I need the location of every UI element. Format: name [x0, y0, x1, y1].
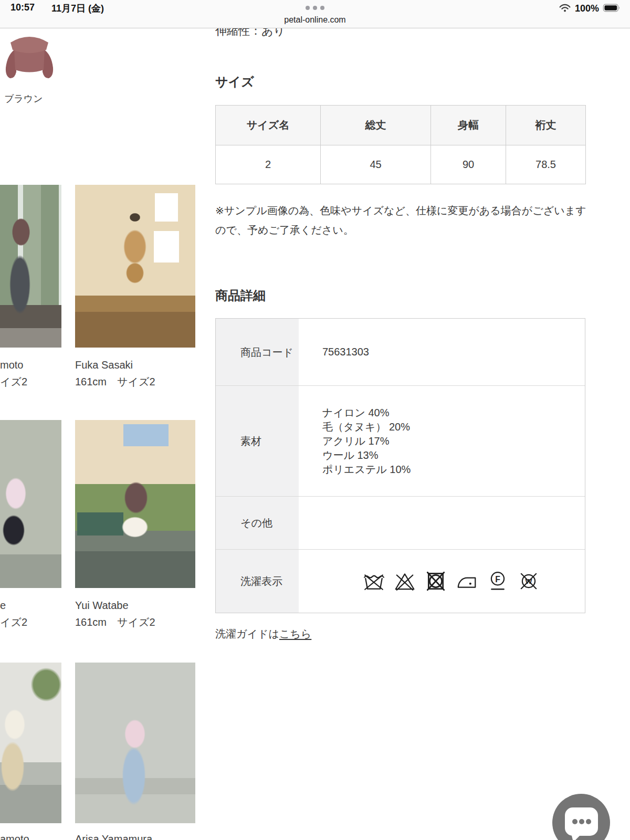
size-table-header-row: サイズ名 総丈 身幅 裄丈	[216, 106, 586, 145]
product-code-value: 75631303	[299, 319, 585, 385]
size-section-heading: サイズ	[215, 74, 254, 90]
model-name: Arisa Yamamura	[75, 831, 152, 840]
size-value-sleeve: 78.5	[506, 145, 586, 184]
model-size: 161cm サイズ2	[75, 614, 155, 631]
size-value-length: 45	[321, 145, 431, 184]
detail-section-heading: 商品詳細	[215, 287, 266, 304]
size-col-length: 総丈	[321, 106, 431, 145]
chat-button[interactable]	[552, 794, 610, 840]
material-line: ウール 13%	[322, 448, 580, 463]
model-name-partial: moto	[0, 357, 23, 373]
material-line: 毛（タヌキ） 20%	[322, 420, 580, 434]
detail-label: 洗濯表示	[216, 550, 299, 613]
detail-label: 商品コード	[216, 319, 299, 385]
wifi-icon	[559, 3, 571, 15]
model-size: 161cm サイズ2	[75, 374, 155, 390]
do-not-tumble-dry-icon	[425, 571, 447, 591]
model-photo[interactable]	[75, 420, 195, 588]
model-name-partial: e	[0, 597, 6, 614]
material-value: ナイロン 40% 毛（タヌキ） 20% アクリル 17% ウール 13% ポリエ…	[299, 386, 585, 496]
model-name-partial: amoto	[0, 831, 29, 840]
other-value	[299, 497, 585, 549]
model-size-partial: イズ2	[0, 374, 27, 390]
size-value-width: 90	[431, 145, 506, 184]
material-line: ナイロン 40%	[322, 406, 580, 420]
model-photo[interactable]	[0, 663, 61, 823]
detail-row-care-symbols: 洗濯表示	[216, 549, 585, 613]
laundry-guide-link[interactable]: こちら	[279, 628, 311, 639]
do-not-wash-icon	[363, 571, 385, 591]
detail-row-material: 素材 ナイロン 40% 毛（タヌキ） 20% アクリル 17% ウール 13% …	[216, 385, 585, 496]
care-symbols: F W	[299, 550, 585, 613]
do-not-wet-clean-icon: W	[518, 571, 540, 591]
material-line: ポリエステル 10%	[322, 463, 580, 477]
address-bar[interactable]: petal-online.com	[0, 15, 630, 25]
sample-disclaimer-note: ※サンプル画像の為、色味やサイズなど、仕様に変更がある場合がございますので、予め…	[215, 201, 586, 240]
size-col-name: サイズ名	[216, 106, 321, 145]
model-photo[interactable]	[0, 420, 61, 588]
dry-clean-f-gentle-icon: F	[487, 571, 509, 592]
do-not-bleach-icon	[394, 571, 416, 591]
battery-icon	[603, 3, 622, 15]
browser-chrome: 10:57 11月7日 (金) petal-online.com 100%	[0, 0, 630, 28]
size-value-name: 2	[216, 145, 321, 184]
size-col-width: 身幅	[431, 106, 506, 145]
tab-overview-dots-icon[interactable]	[0, 6, 630, 10]
svg-text:F: F	[495, 575, 500, 584]
model-photo[interactable]	[0, 185, 61, 348]
battery-percent: 100%	[575, 3, 599, 14]
detail-label: 素材	[216, 386, 299, 496]
product-detail-table: 商品コード 75631303 素材 ナイロン 40% 毛（タヌキ） 20% アク…	[215, 318, 585, 613]
model-name: Yui Watabe	[75, 597, 129, 614]
detail-row-other: その他	[216, 496, 585, 549]
model-photo[interactable]	[75, 185, 195, 348]
model-photo[interactable]	[75, 663, 195, 823]
iron-low-heat-icon	[456, 571, 478, 591]
size-table: サイズ名 総丈 身幅 裄丈 2 45 90 78.5	[215, 105, 586, 184]
color-variant-thumbnail[interactable]	[0, 30, 59, 85]
model-name: Fuka Sasaki	[75, 357, 133, 373]
laundry-guide-prefix: 洗濯ガイドは	[215, 628, 279, 639]
color-swatch-label: ブラウン	[4, 92, 43, 105]
model-size-partial: イズ2	[0, 614, 27, 631]
detail-label: その他	[216, 497, 299, 549]
chat-bubble-icon	[552, 794, 610, 840]
laundry-guide-line: 洗濯ガイドはこちら	[215, 627, 311, 641]
brown-sweater-image	[0, 30, 59, 85]
material-line: アクリル 17%	[322, 434, 580, 448]
size-table-value-row: 2 45 90 78.5	[216, 145, 586, 184]
detail-row-product-code: 商品コード 75631303	[216, 319, 585, 385]
product-page: 伸縮性：あり 10:57 11月7日 (金) petal-online.com …	[0, 0, 630, 840]
size-col-sleeve: 裄丈	[506, 106, 586, 145]
